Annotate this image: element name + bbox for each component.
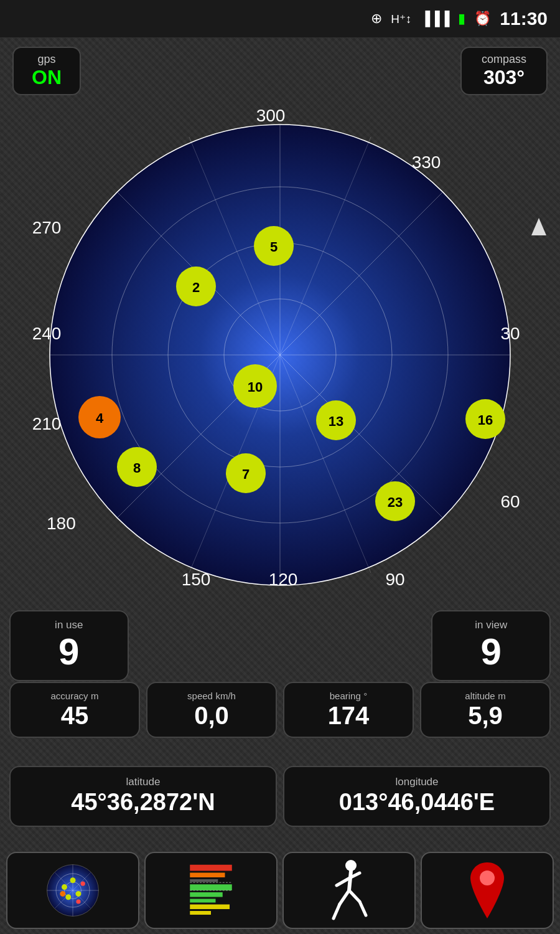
svg-text:60: 60 (500, 492, 520, 511)
longitude-box[interactable]: longitude 013°46,0446'E (283, 766, 551, 827)
svg-rect-44 (190, 865, 232, 871)
in-view-label: in view (442, 619, 539, 631)
svg-text:270: 270 (32, 218, 62, 237)
svg-text:120: 120 (269, 570, 298, 588)
svg-rect-52 (190, 911, 211, 915)
bearing-unit: ° (363, 691, 367, 701)
latitude-box[interactable]: latitude 45°36,2872'N (9, 766, 277, 827)
in-view-box[interactable]: in view 9 (431, 610, 551, 681)
svg-text:90: 90 (385, 570, 404, 588)
svg-text:23: 23 (388, 494, 403, 510)
svg-line-59 (340, 890, 349, 904)
radar-nav-button[interactable] (6, 852, 139, 929)
altitude-value: 5,9 (427, 702, 543, 729)
svg-line-60 (334, 904, 340, 918)
svg-point-39 (76, 891, 82, 897)
in-use-label: in use (21, 619, 118, 631)
gps-value: ON (26, 66, 67, 89)
radar-svg: 300 330 270 240 30 210 180 150 120 90 60… (12, 97, 548, 588)
accuracy-label: accuracy (51, 691, 88, 701)
svg-text:210: 210 (32, 414, 62, 433)
compass-value: 303° (474, 66, 534, 89)
svg-line-62 (360, 902, 366, 915)
time-display: 11:30 (500, 8, 548, 29)
svg-text:10: 10 (248, 379, 263, 395)
stats-row-mid: accuracy m 45 speed km/h 0,0 bearing ° 1… (0, 676, 560, 744)
svg-point-43 (76, 899, 80, 903)
bearing-value: 174 (291, 702, 406, 729)
svg-line-57 (337, 878, 350, 885)
walk-nav-button[interactable] (282, 852, 416, 929)
svg-line-56 (349, 871, 351, 890)
longitude-value: 013°46,0446'E (291, 788, 543, 817)
svg-point-42 (81, 882, 85, 886)
svg-text:4: 4 (96, 410, 104, 426)
svg-point-38 (62, 884, 67, 890)
in-use-box[interactable]: in use 9 (9, 610, 129, 681)
alarm-icon: ⏰ (474, 11, 491, 27)
svg-rect-48 (190, 884, 232, 890)
svg-text:150: 150 (182, 570, 211, 588)
bars-nav-button[interactable] (144, 852, 278, 929)
svg-text:30: 30 (500, 324, 520, 343)
hplus-icon: H⁺↕ (391, 12, 411, 26)
pin-nav-button[interactable] (421, 852, 554, 929)
svg-point-63 (480, 870, 495, 885)
battery-icon: ▮ (458, 11, 465, 27)
latitude-value: 45°36,2872'N (17, 788, 269, 817)
svg-rect-51 (190, 905, 230, 910)
bottom-nav (0, 847, 560, 934)
svg-text:180: 180 (47, 514, 76, 533)
gps-label: gps (26, 53, 67, 66)
coords-row: latitude 45°36,2872'N longitude 013°46,0… (0, 760, 560, 833)
svg-line-61 (349, 890, 360, 902)
altitude-label: altitude (465, 691, 495, 701)
in-use-value: 9 (21, 631, 118, 672)
svg-rect-49 (190, 892, 223, 897)
svg-point-37 (70, 877, 76, 883)
signal-icon: ▐▐▐ (421, 11, 450, 27)
pin-icon (465, 859, 509, 922)
latitude-label: latitude (17, 776, 269, 788)
svg-text:5: 5 (270, 239, 278, 255)
svg-point-41 (60, 891, 65, 897)
bars-chart-icon (183, 862, 239, 918)
speed-unit: km/h (215, 691, 236, 701)
walk-icon (327, 859, 371, 922)
compass-button[interactable]: compass 303° (460, 47, 548, 95)
svg-text:8: 8 (133, 460, 141, 476)
svg-rect-50 (190, 899, 215, 903)
mini-radar-icon (45, 862, 101, 918)
svg-text:13: 13 (329, 413, 343, 429)
accuracy-unit: m (91, 691, 99, 701)
bearing-label: bearing (330, 691, 361, 701)
compass-label: compass (474, 53, 534, 66)
svg-text:16: 16 (478, 412, 493, 428)
svg-text:2: 2 (192, 280, 200, 295)
svg-text:240: 240 (32, 324, 62, 343)
status-bar: ⊕ H⁺↕ ▐▐▐ ▮ ⏰ 11:30 (0, 0, 560, 37)
svg-rect-45 (190, 873, 225, 878)
gps-button[interactable]: gps ON (12, 47, 81, 95)
svg-text:330: 330 (412, 153, 441, 172)
speed-label: speed (187, 691, 213, 701)
svg-text:7: 7 (242, 466, 250, 482)
bearing-box[interactable]: bearing ° 174 (283, 682, 414, 738)
speed-value: 0,0 (154, 702, 269, 729)
radar-container: 300 330 270 240 30 210 180 150 120 90 60… (12, 97, 548, 588)
altitude-box[interactable]: altitude m 5,9 (420, 682, 551, 738)
accuracy-box[interactable]: accuracy m 45 (9, 682, 140, 738)
svg-text:300: 300 (256, 106, 286, 125)
accuracy-value: 45 (17, 702, 133, 729)
svg-rect-47 (190, 879, 218, 880)
gps-status-icon: ⊕ (371, 11, 382, 27)
altitude-unit: m (498, 691, 506, 701)
speed-box[interactable]: speed km/h 0,0 (146, 682, 277, 738)
in-view-value: 9 (442, 631, 539, 672)
stats-row-top: in use 9 in view 9 (0, 604, 560, 687)
svg-point-40 (65, 894, 71, 900)
longitude-label: longitude (291, 776, 543, 788)
